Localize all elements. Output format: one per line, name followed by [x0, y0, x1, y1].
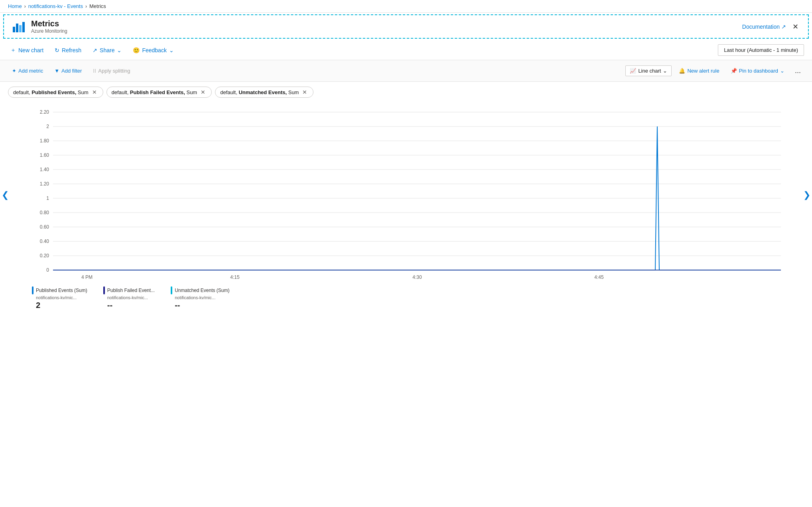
svg-text:1: 1 — [46, 195, 49, 201]
svg-text:4 PM: 4 PM — [81, 274, 93, 280]
close-button[interactable]: ✕ — [791, 21, 800, 33]
feedback-chevron-icon: ⌄ — [169, 47, 174, 53]
svg-text:0.80: 0.80 — [40, 210, 49, 215]
pin-to-dashboard-button[interactable]: 📌 Pin to dashboard ⌄ — [727, 66, 788, 76]
alert-icon: 🔔 — [679, 68, 685, 74]
legend-source-published: notifications-kv/mic... — [32, 295, 87, 300]
legend-color-unmatched — [171, 286, 172, 294]
filter-icon: ▼ — [54, 68, 59, 74]
line-chart-button[interactable]: 📈 Line chart ⌄ — [625, 65, 672, 76]
more-options-button[interactable]: ... — [792, 65, 804, 77]
svg-text:1.80: 1.80 — [40, 138, 49, 144]
breadcrumb: Home › notifications-kv - Events › Metri… — [0, 0, 812, 13]
legend-color-published — [32, 286, 34, 294]
svg-text:4:15: 4:15 — [230, 274, 240, 280]
svg-text:0.40: 0.40 — [40, 239, 49, 244]
page-header: Metrics Azure Monitoring Documentation ↗… — [3, 14, 809, 39]
svg-text:0.20: 0.20 — [40, 253, 49, 258]
svg-rect-1 — [16, 24, 18, 32]
legend-item-unmatched: Unmatched Events (Sum) notifications-kv/… — [171, 286, 229, 310]
new-alert-rule-button[interactable]: 🔔 New alert rule — [675, 66, 723, 76]
documentation-link[interactable]: Documentation ↗ — [742, 24, 786, 30]
legend-value-unmatched: -- — [171, 301, 229, 310]
add-metric-icon: ✦ — [12, 68, 16, 74]
add-filter-button[interactable]: ▼ Add filter — [50, 66, 86, 76]
page-subtitle: Azure Monitoring — [31, 28, 67, 34]
add-metric-button[interactable]: ✦ Add metric — [8, 66, 47, 76]
chart-nav-right-button[interactable]: ❯ — [803, 190, 810, 200]
svg-text:2: 2 — [46, 124, 49, 129]
legend-label-published: Published Events (Sum) — [36, 288, 87, 293]
chart-container: ❮ ❯ 2.20 2 1.80 1.60 1.40 1.20 1 0.80 0.… — [8, 107, 804, 283]
line-chart-icon: 📈 — [630, 68, 636, 74]
chart-legend: Published Events (Sum) notifications-kv/… — [0, 283, 812, 316]
refresh-icon: ↻ — [55, 47, 59, 53]
share-button[interactable]: ↗ Share ⌄ — [90, 45, 124, 55]
time-range-selector[interactable]: Last hour (Automatic - 1 minute) — [718, 44, 804, 56]
chart-nav-left-button[interactable]: ❮ — [2, 190, 9, 200]
feedback-button[interactable]: 🙂 Feedback ⌄ — [130, 45, 176, 55]
refresh-button[interactable]: ↻ Refresh — [52, 45, 84, 55]
line-chart-svg: 2.20 2 1.80 1.60 1.40 1.20 1 0.80 0.60 0… — [8, 107, 804, 282]
share-icon: ↗ — [93, 47, 97, 53]
remove-unmatched-filter[interactable]: ✕ — [301, 89, 308, 96]
svg-text:0.60: 0.60 — [40, 224, 49, 230]
pin-chevron-icon: ⌄ — [780, 68, 784, 74]
chart-area: ❮ ❯ 2.20 2 1.80 1.60 1.40 1.20 1 0.80 0.… — [0, 103, 812, 283]
filter-tag-publish-failed[interactable]: default, Publish Failed Events, Sum ✕ — [106, 87, 212, 98]
legend-item-published: Published Events (Sum) notifications-kv/… — [32, 286, 87, 310]
svg-text:0: 0 — [46, 267, 49, 273]
svg-text:1.40: 1.40 — [40, 167, 49, 172]
legend-value-failed: -- — [103, 301, 155, 310]
main-toolbar: ＋ New chart ↻ Refresh ↗ Share ⌄ 🙂 Feedba… — [0, 40, 812, 60]
remove-published-filter[interactable]: ✕ — [91, 89, 98, 96]
breadcrumb-events[interactable]: notifications-kv - Events — [28, 3, 83, 9]
legend-color-failed — [103, 286, 105, 294]
split-icon: ⁞⁞ — [93, 68, 96, 74]
plus-icon: ＋ — [10, 47, 16, 54]
pin-icon: 📌 — [731, 68, 737, 74]
filter-tag-unmatched[interactable]: default, Unmatched Events, Sum ✕ — [215, 87, 313, 98]
new-chart-button[interactable]: ＋ New chart — [8, 45, 46, 55]
svg-rect-2 — [19, 25, 22, 32]
apply-splitting-button[interactable]: ⁞⁞ Apply splitting — [89, 66, 134, 76]
share-chevron-icon: ⌄ — [117, 47, 122, 53]
svg-rect-0 — [13, 27, 15, 32]
legend-source-failed: notifications-kv/mic... — [103, 295, 155, 300]
legend-item-failed: Publish Failed Event... notifications-kv… — [103, 286, 155, 310]
page-title: Metrics — [31, 19, 67, 28]
svg-text:4:45: 4:45 — [594, 274, 604, 280]
svg-text:1.20: 1.20 — [40, 181, 49, 187]
legend-source-unmatched: notifications-kv/mic... — [171, 295, 229, 300]
svg-text:4:30: 4:30 — [412, 274, 422, 280]
remove-publish-failed-filter[interactable]: ✕ — [199, 89, 207, 96]
line-chart-chevron-icon: ⌄ — [663, 68, 667, 74]
filter-tag-published[interactable]: default, Published Events, Sum ✕ — [8, 87, 103, 98]
svg-text:2.20: 2.20 — [40, 109, 49, 115]
legend-label-failed: Publish Failed Event... — [107, 288, 155, 293]
breadcrumb-home[interactable]: Home — [8, 3, 22, 9]
metric-toolbar: ✦ Add metric ▼ Add filter ⁞⁞ Apply split… — [0, 60, 812, 82]
breadcrumb-current: Metrics — [89, 3, 106, 9]
legend-value-published: 2 — [32, 301, 87, 310]
legend-label-unmatched: Unmatched Events (Sum) — [175, 288, 229, 293]
feedback-icon: 🙂 — [133, 47, 140, 53]
svg-rect-3 — [22, 22, 25, 32]
svg-text:1.60: 1.60 — [40, 152, 49, 158]
filter-tags-container: default, Published Events, Sum ✕ default… — [0, 82, 812, 103]
metrics-icon — [12, 20, 26, 34]
